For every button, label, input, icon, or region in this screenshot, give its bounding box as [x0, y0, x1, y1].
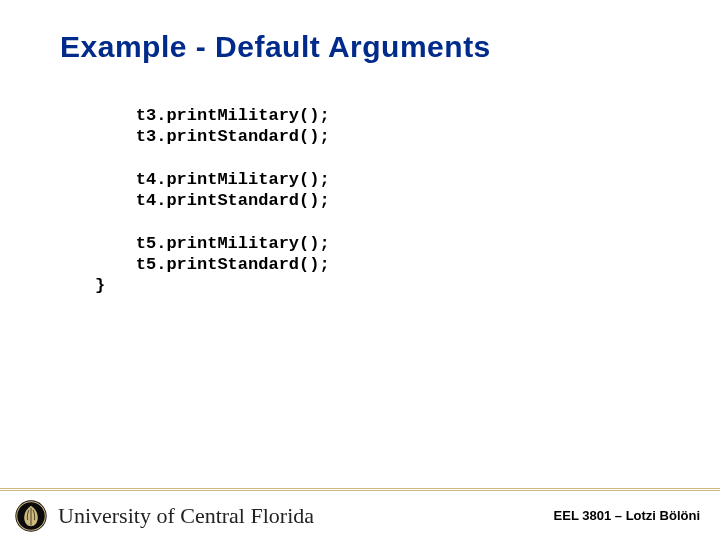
university-name: University of Central Florida	[58, 503, 314, 529]
footer-inner: University of Central Florida EEL 3801 –…	[0, 491, 720, 540]
slide: Example - Default Arguments t3.printMili…	[0, 0, 720, 540]
university-block: University of Central Florida	[14, 499, 314, 533]
ucf-logo-icon	[14, 499, 48, 533]
code-line: t3.printMilitary();	[95, 106, 330, 125]
slide-footer: University of Central Florida EEL 3801 –…	[0, 488, 720, 540]
slide-title: Example - Default Arguments	[60, 30, 491, 64]
code-line: t4.printMilitary();	[95, 170, 330, 189]
code-line: t5.printMilitary();	[95, 234, 330, 253]
code-line: t3.printStandard();	[95, 127, 330, 146]
code-line: t4.printStandard();	[95, 191, 330, 210]
code-line: t5.printStandard();	[95, 255, 330, 274]
code-block: t3.printMilitary(); t3.printStandard(); …	[95, 105, 655, 296]
code-line: }	[95, 276, 105, 295]
course-label: EEL 3801 – Lotzi Bölöni	[554, 508, 700, 523]
